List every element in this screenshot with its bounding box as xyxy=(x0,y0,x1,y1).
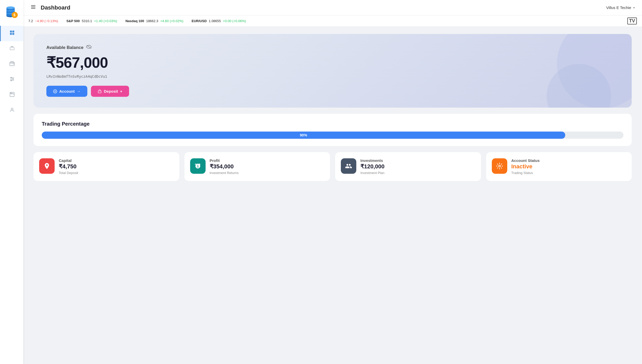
capital-value: ₹4,750 xyxy=(59,163,78,170)
ticker-item-nasdaq: Nasdaq 100 18662.3 +4.60 (+0.02%) xyxy=(125,19,183,23)
profit-info: Profit ₹354,000 Investment Returns xyxy=(210,158,239,175)
svg-point-29 xyxy=(55,91,56,92)
page-content: Available Balance ₹567,000 LRvInNo8mfTnS… xyxy=(23,27,642,364)
svg-rect-11 xyxy=(10,33,12,35)
profile-icon xyxy=(9,107,15,114)
account-status-info: Account Status Inactive Trading Status xyxy=(511,158,540,175)
svg-rect-9 xyxy=(10,31,12,32)
svg-point-20 xyxy=(12,79,13,80)
svg-marker-14 xyxy=(10,46,14,47)
sidebar-item-wallet[interactable] xyxy=(0,57,23,72)
capital-sub: Total Deposit xyxy=(59,171,78,175)
svg-point-6 xyxy=(6,6,15,9)
stat-card-account-status: Account Status Inactive Trading Status xyxy=(486,152,632,181)
account-status-sub: Trading Status xyxy=(511,171,540,175)
main-content: Dashboard Villus E Techie ▾ 7.2 −4.90 (−… xyxy=(23,0,642,364)
controls-icon xyxy=(9,76,15,83)
profit-sub: Investment Returns xyxy=(210,171,239,175)
capital-label: Capital xyxy=(59,158,78,163)
investments-sub: Investment Plan xyxy=(360,171,385,175)
profit-label: Profit xyxy=(210,158,239,163)
svg-point-21 xyxy=(11,80,12,81)
investments-value: ₹120,000 xyxy=(360,163,385,170)
account-status-label: Account Status xyxy=(511,158,540,163)
eye-hidden-icon[interactable] xyxy=(86,45,92,50)
svg-rect-30 xyxy=(98,91,101,93)
trading-percentage-card: Trading Percentage 90% xyxy=(33,114,632,146)
account-button[interactable]: Account → xyxy=(46,86,87,97)
sidebar-item-dashboard[interactable] xyxy=(0,26,23,41)
profit-value: ₹354,000 xyxy=(210,163,239,170)
balance-card: Available Balance ₹567,000 LRvInNo8mfTnS… xyxy=(33,34,632,108)
sidebar-item-controls[interactable] xyxy=(0,72,23,88)
svg-rect-10 xyxy=(12,31,14,32)
progress-label: 90% xyxy=(300,133,307,137)
sidebar: $ xyxy=(0,0,23,364)
svg-point-24 xyxy=(11,108,13,110)
ticker-item-sp500: S&P 500 5310.1 +1.40 (+0.03%) xyxy=(66,19,117,23)
svg-rect-12 xyxy=(12,33,14,35)
stat-card-investments: Investments ₹120,000 Investment Plan xyxy=(335,152,481,181)
sidebar-item-bank[interactable] xyxy=(0,41,23,57)
ticker-item-eurusd: EUR/USD 1.08655 +0.00 (+0.06%) xyxy=(192,19,246,23)
ticker-item-0: 7.2 −4.90 (−0.13%) xyxy=(28,19,58,23)
svg-text:$: $ xyxy=(13,13,15,17)
tradingview-logo: TV xyxy=(627,18,637,24)
svg-point-31 xyxy=(499,165,500,167)
user-name: Villus E Techie xyxy=(606,5,631,10)
page-title: Dashboard xyxy=(41,4,606,11)
balance-label: Available Balance xyxy=(46,45,619,50)
account-status-value: Inactive xyxy=(511,163,540,170)
bank-icon xyxy=(9,45,15,53)
account-status-icon xyxy=(492,158,507,174)
capital-icon xyxy=(39,158,55,174)
chevron-down-icon: ▾ xyxy=(633,6,635,10)
header: Dashboard Villus E Techie ▾ xyxy=(23,0,642,15)
investments-icon xyxy=(341,158,356,174)
logo: $ xyxy=(5,5,18,20)
svg-point-23 xyxy=(11,93,12,94)
balance-id: LRvInNo8mfTnSvRyczA4qCdDcVu1 xyxy=(46,74,619,79)
dashboard-icon xyxy=(9,30,15,37)
stat-card-profit: Profit ₹354,000 Investment Returns xyxy=(184,152,330,181)
progress-bar-container: 90% xyxy=(42,132,623,139)
deposit-button[interactable]: Deposit + xyxy=(91,86,129,97)
profit-icon xyxy=(190,158,206,174)
svg-point-19 xyxy=(11,77,12,78)
investments-label: Investments xyxy=(360,158,385,163)
trading-title: Trading Percentage xyxy=(42,121,623,127)
stats-grid: Capital ₹4,750 Total Deposit Profit ₹354… xyxy=(33,152,632,181)
user-menu[interactable]: Villus E Techie ▾ xyxy=(606,5,635,10)
wallet-icon xyxy=(9,61,15,68)
sidebar-item-gallery[interactable] xyxy=(0,88,23,103)
menu-icon[interactable] xyxy=(30,4,36,11)
sidebar-item-profile[interactable] xyxy=(0,103,23,118)
balance-buttons: Account → Deposit + xyxy=(46,86,619,97)
ticker-bar: 7.2 −4.90 (−0.13%) S&P 500 5310.1 +1.40 … xyxy=(23,15,642,27)
capital-info: Capital ₹4,750 Total Deposit xyxy=(59,158,78,175)
gallery-icon xyxy=(9,92,15,99)
balance-amount: ₹567,000 xyxy=(46,54,619,71)
svg-rect-13 xyxy=(10,48,14,50)
stat-card-capital: Capital ₹4,750 Total Deposit xyxy=(33,152,179,181)
investments-info: Investments ₹120,000 Investment Plan xyxy=(360,158,385,175)
progress-bar-fill: 90% xyxy=(42,132,565,139)
